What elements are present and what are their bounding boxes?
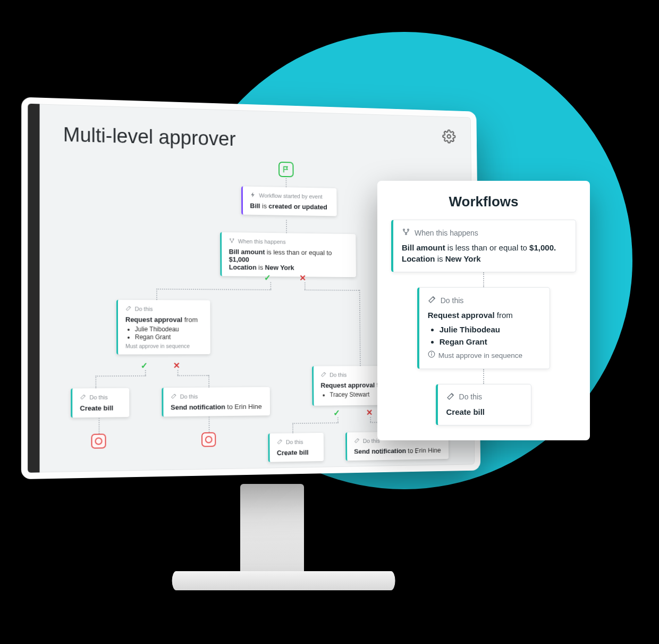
node-body: Bill is created or updated bbox=[250, 202, 331, 211]
bolt-icon bbox=[250, 191, 256, 199]
svg-point-5 bbox=[408, 229, 409, 231]
wand-icon bbox=[80, 394, 86, 401]
popout-condition-card[interactable]: When this happens Bill amount is less th… bbox=[391, 220, 576, 272]
node-header: Do this bbox=[135, 306, 153, 312]
node-header: Workflow started by event bbox=[259, 193, 322, 200]
card-header: When this happens bbox=[415, 229, 478, 237]
end-node-icon bbox=[91, 433, 106, 448]
check-icon: ✓ bbox=[264, 273, 271, 282]
svg-point-9 bbox=[431, 353, 432, 353]
action-send-notification-left[interactable]: Do this Send notification to Erin Hine bbox=[162, 387, 270, 417]
svg-point-2 bbox=[233, 239, 234, 240]
cross-icon: ✕ bbox=[299, 273, 306, 283]
workflows-popout-panel: Workflows When this happens Bill amount … bbox=[377, 181, 590, 440]
action-create-bill-left[interactable]: Do this Create bill bbox=[71, 388, 129, 418]
condition-node[interactable]: When this happens Bill amount is less th… bbox=[220, 232, 356, 277]
branch-icon bbox=[229, 238, 235, 245]
popout-action-create-bill-card[interactable]: Do this Create bill bbox=[436, 384, 532, 425]
check-icon: ✓ bbox=[141, 361, 148, 371]
svg-point-4 bbox=[403, 229, 405, 231]
node-body: Send notification to Erin Hine bbox=[171, 403, 264, 411]
wand-icon bbox=[428, 295, 436, 305]
page-title: Multi-level approver bbox=[63, 123, 456, 156]
branch-icon bbox=[402, 228, 410, 238]
node-body: Create bill bbox=[80, 404, 123, 412]
cross-icon: ✕ bbox=[366, 408, 373, 417]
svg-point-0 bbox=[447, 135, 451, 138]
action-request-approval-left[interactable]: Do this Request approval from Julie Thib… bbox=[116, 300, 210, 355]
wand-icon bbox=[125, 305, 132, 313]
node-header: Do this bbox=[180, 394, 198, 400]
svg-point-3 bbox=[231, 241, 232, 242]
end-node-icon bbox=[201, 432, 216, 447]
svg-point-6 bbox=[405, 233, 407, 235]
node-header: Do this bbox=[89, 394, 107, 400]
wand-icon bbox=[277, 439, 283, 446]
svg-point-1 bbox=[230, 239, 231, 240]
node-header: Do this bbox=[286, 439, 303, 445]
node-header: Do this bbox=[330, 372, 347, 378]
wand-icon bbox=[446, 392, 455, 402]
wand-icon bbox=[171, 393, 177, 400]
check-icon: ✓ bbox=[333, 408, 340, 417]
node-body: Create bill bbox=[277, 448, 318, 457]
start-flag-icon bbox=[278, 162, 294, 177]
node-header: When this happens bbox=[238, 238, 286, 245]
node-body: Request approval from Julie Thibodeau Re… bbox=[125, 315, 204, 349]
popout-action-approval-card[interactable]: Do this Request approval from Julie Thib… bbox=[417, 287, 551, 369]
trigger-node[interactable]: Workflow started by event Bill is create… bbox=[241, 186, 337, 216]
settings-button[interactable] bbox=[442, 129, 456, 144]
card-body: Bill amount is less than or equal to $1,… bbox=[402, 242, 567, 264]
action-create-bill-right[interactable]: Do this Create bill bbox=[268, 433, 324, 462]
node-header: Do this bbox=[363, 438, 380, 444]
node-body: Send notification to Erin Hine bbox=[354, 446, 443, 455]
wand-icon bbox=[320, 371, 326, 379]
card-header: Do this bbox=[459, 392, 483, 401]
info-icon bbox=[428, 350, 435, 361]
cross-icon: ✕ bbox=[173, 361, 180, 371]
card-body: Request approval from Julie Thibodeau Re… bbox=[428, 310, 542, 361]
popout-title: Workflows bbox=[391, 194, 576, 210]
card-header: Do this bbox=[441, 296, 464, 305]
wand-icon bbox=[354, 438, 360, 445]
node-body: Bill amount is less than or equal to $1,… bbox=[229, 248, 350, 272]
card-body: Create bill bbox=[446, 406, 523, 417]
